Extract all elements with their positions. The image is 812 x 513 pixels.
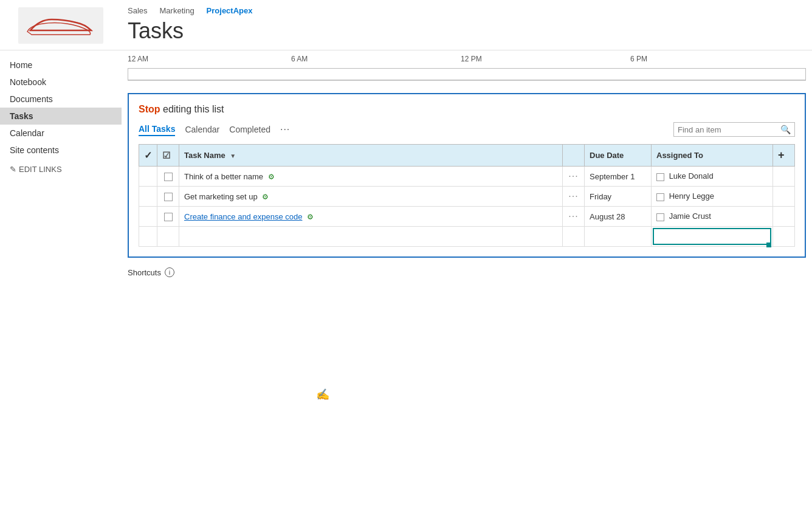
tasks-table: ✓ ☑ Task Name ▼ Due Date Assigned To	[139, 144, 795, 247]
search-icon: 🔍	[780, 125, 791, 134]
sidebar-item-calendar[interactable]: Calendar	[0, 125, 122, 142]
new-row-duedate	[585, 227, 652, 247]
timeline-label-6pm: 6 PM	[630, 55, 647, 63]
table-row: Think of a better name ⚙ ··· September 1…	[139, 167, 795, 187]
row2-taskname: Get marketing set up ⚙	[179, 187, 563, 207]
row3-checkbox[interactable]	[157, 207, 179, 227]
table-row-new	[139, 227, 795, 247]
row3-checkmark	[139, 207, 157, 227]
row2-assignee-checkbox[interactable]	[656, 193, 664, 201]
sidebar-item-notebook[interactable]: Notebook	[0, 74, 122, 91]
col-header-more	[563, 145, 585, 167]
toolbar-tab-calendar[interactable]: Calendar	[185, 123, 219, 136]
pencil-icon: ✎	[10, 165, 16, 174]
table-header-row: ✓ ☑ Task Name ▼ Due Date Assigned To	[139, 145, 795, 167]
info-icon[interactable]: i	[165, 267, 174, 277]
row2-check-box[interactable]	[164, 193, 173, 201]
sidebar-item-tasks[interactable]: Tasks	[0, 108, 122, 125]
new-row-input[interactable]	[653, 228, 771, 245]
top-nav: Sales Marketing ProjectApex	[128, 5, 812, 16]
toolbar: All Tasks Calendar Completed ··· 🔍	[139, 122, 795, 137]
content-area: 12 AM 6 AM 12 PM 6 PM Stop editing this …	[122, 50, 812, 497]
table-row: Get marketing set up ⚙ ··· Friday Henry …	[139, 187, 795, 207]
row1-assignee-name: Luke Donald	[669, 171, 714, 181]
toolbar-tab-all-tasks[interactable]: All Tasks	[139, 123, 175, 136]
col-header-assignedto: Assigned To	[652, 145, 773, 167]
row1-more[interactable]: ···	[563, 167, 585, 187]
row3-duedate: August 28	[585, 207, 652, 227]
row1-gear-icon[interactable]: ⚙	[268, 173, 275, 181]
row2-checkmark	[139, 187, 157, 207]
check-all-icon[interactable]: ✓	[144, 150, 152, 160]
row2-gear-icon[interactable]: ⚙	[262, 193, 269, 201]
row2-checkbox[interactable]	[157, 187, 179, 207]
row2-more[interactable]: ···	[563, 187, 585, 207]
toolbar-more-button[interactable]: ···	[280, 124, 290, 135]
timeline: 12 AM 6 AM 12 PM 6 PM	[128, 50, 806, 81]
col-header-select: ☑	[157, 145, 179, 167]
stop-editing-rest: editing this list	[160, 104, 224, 114]
table-row: Create finance and expense code ⚙ ··· Au…	[139, 207, 795, 227]
nav-tab-marketing[interactable]: Marketing	[160, 5, 194, 16]
search-input[interactable]	[678, 125, 780, 134]
row3-more-dots[interactable]: ···	[568, 211, 578, 221]
col-header-add: +	[773, 145, 795, 167]
row3-check-box[interactable]	[164, 213, 173, 221]
row3-extra	[773, 207, 795, 227]
col-header-check: ✓	[139, 145, 157, 167]
sort-icon[interactable]: ▼	[230, 153, 236, 159]
row2-assignedto: Henry Legge	[652, 187, 773, 207]
row1-checkmark	[139, 167, 157, 187]
timeline-bar	[128, 68, 806, 80]
row1-taskname: Think of a better name ⚙	[179, 167, 563, 187]
row1-extra	[773, 167, 795, 187]
timeline-label-12am: 12 AM	[128, 55, 148, 63]
row2-more-dots[interactable]: ···	[568, 191, 578, 201]
new-row-taskname	[179, 227, 563, 247]
sidebar-item-documents[interactable]: Documents	[0, 91, 122, 108]
row1-task-name-text: Think of a better name	[184, 172, 263, 181]
header-right: Sales Marketing ProjectApex Tasks	[122, 5, 812, 48]
row3-more[interactable]: ···	[563, 207, 585, 227]
stop-editing-bar: Stop editing this list	[139, 104, 795, 115]
row2-extra	[773, 187, 795, 207]
row1-checkbox[interactable]	[157, 167, 179, 187]
add-column-icon[interactable]: +	[778, 149, 785, 161]
row2-task-name-text: Get marketing set up	[184, 192, 258, 201]
row1-assignedto: Luke Donald	[652, 167, 773, 187]
timeline-label-6am: 6 AM	[291, 55, 308, 63]
sidebar: Home Notebook Documents Tasks Calendar S…	[0, 50, 122, 497]
row2-assignee-name: Henry Legge	[669, 191, 714, 201]
row1-duedate: September 1	[585, 167, 652, 187]
edit-links[interactable]: ✎ EDIT LINKS	[0, 159, 122, 180]
tasks-container: Stop editing this list All Tasks Calenda…	[128, 93, 806, 258]
stop-word[interactable]: Stop	[139, 104, 160, 114]
row3-task-link[interactable]: Create finance and expense code	[184, 212, 302, 221]
logo	[0, 5, 122, 50]
nav-tab-sales[interactable]: Sales	[128, 5, 148, 16]
edit-links-label: EDIT LINKS	[19, 165, 62, 174]
shortcuts-bar: Shortcuts i	[128, 267, 806, 277]
select-all-icon[interactable]: ☑	[162, 150, 170, 160]
nav-tab-projectapex[interactable]: ProjectApex	[207, 5, 253, 16]
shortcuts-label: Shortcuts	[128, 268, 161, 277]
new-row-select	[157, 227, 179, 247]
timeline-label-12pm: 12 PM	[461, 55, 482, 63]
row1-more-dots[interactable]: ···	[568, 171, 578, 181]
row3-assignee-checkbox[interactable]	[656, 213, 664, 221]
row2-duedate: Friday	[585, 187, 652, 207]
row1-check-box[interactable]	[164, 173, 173, 181]
row1-assignee-checkbox[interactable]	[656, 173, 664, 181]
col-header-duedate: Due Date	[585, 145, 652, 167]
page-title: Tasks	[128, 19, 812, 43]
row3-gear-icon[interactable]: ⚙	[307, 213, 314, 221]
sidebar-item-home[interactable]: Home	[0, 57, 122, 74]
new-row-assignedto[interactable]	[652, 227, 773, 247]
new-row-more	[563, 227, 585, 247]
sidebar-item-site-contents[interactable]: Site contents	[0, 142, 122, 159]
search-box[interactable]: 🔍	[673, 122, 795, 137]
col-header-taskname: Task Name ▼	[179, 145, 563, 167]
col-taskname-label: Task Name	[184, 151, 225, 160]
new-row-extra	[773, 227, 795, 247]
toolbar-tab-completed[interactable]: Completed	[229, 123, 270, 136]
